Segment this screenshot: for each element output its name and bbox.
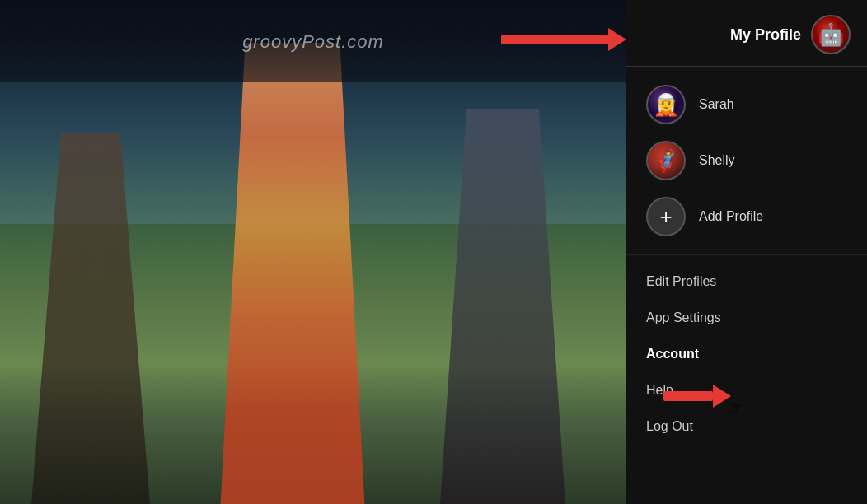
edit-profiles-label: Edit Profiles [646,274,716,289]
add-profile-icon: + [646,197,686,236]
profile-item-sarah[interactable]: Sarah [626,77,867,133]
my-profile-title: My Profile [643,26,801,44]
app-settings-item[interactable]: App Settings [626,300,867,336]
watermark: groovyPost.com [242,31,384,53]
profile-header[interactable]: My Profile [626,0,867,67]
sarah-avatar [646,85,686,124]
edit-profiles-item[interactable]: Edit Profiles [626,264,867,300]
arrow-body-bottom [663,391,713,401]
arrow-head-bottom [713,385,731,408]
account-item[interactable]: Account [626,336,867,372]
logout-item[interactable]: Log Out [626,408,867,445]
add-profile-item[interactable]: + Add Profile [626,189,867,245]
shelly-name: Shelly [699,153,735,168]
bottom-arrow [663,385,731,408]
main-background: groovyPost.com [0,0,626,504]
right-panel: My Profile Sarah Shelly + Add Profile Ed… [626,0,867,504]
shelly-avatar [646,141,686,180]
arrow-body-top [501,35,608,44]
add-profile-label: Add Profile [699,209,763,224]
logout-label: Log Out [646,419,693,434]
top-arrow [501,28,626,51]
plus-icon: + [659,204,672,230]
current-user-avatar[interactable] [811,15,851,54]
help-item[interactable]: Help [626,372,867,408]
profile-item-shelly[interactable]: Shelly [626,133,867,189]
profiles-list: Sarah Shelly + Add Profile [626,67,867,255]
app-settings-label: App Settings [646,310,721,325]
menu-list: Edit Profiles App Settings Account Help … [626,255,867,504]
sarah-name: Sarah [699,97,734,112]
account-label: Account [646,347,699,362]
arrow-head-top [608,28,626,51]
